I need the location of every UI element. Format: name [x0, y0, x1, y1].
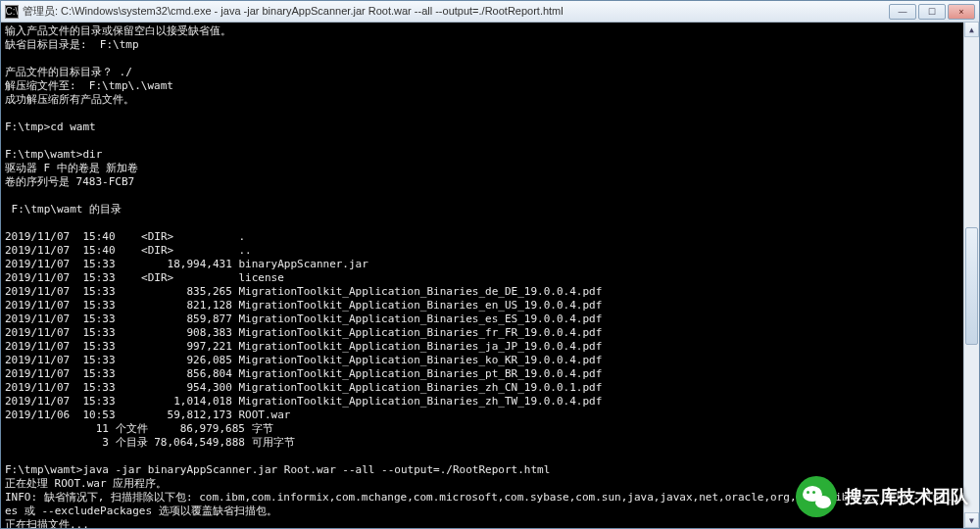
terminal-line: 正在处理 ROOT.war 应用程序。 — [5, 477, 975, 491]
scroll-track[interactable] — [964, 37, 979, 512]
terminal-line: 2019/11/07 15:33 835,265 MigrationToolki… — [5, 285, 975, 299]
terminal-line: 2019/11/07 15:33 908,383 MigrationToolki… — [5, 326, 975, 340]
terminal-line: 2019/11/07 15:40 <DIR> .. — [5, 244, 975, 258]
terminal-line: 正在扫描文件... — [5, 518, 975, 528]
terminal-line: F:\tmp\wamt>dir — [5, 148, 975, 162]
terminal-line: 11 个文件 86,979,685 字节 — [5, 422, 975, 436]
minimize-button[interactable]: — — [889, 4, 916, 20]
terminal-line: 2019/11/06 10:53 59,812,173 ROOT.war — [5, 409, 975, 422]
terminal-line — [5, 450, 975, 463]
close-button[interactable]: × — [948, 4, 975, 20]
terminal-line — [5, 216, 975, 230]
scroll-down-button[interactable]: ▼ — [964, 512, 979, 528]
terminal-line: 卷的序列号是 7483-FCB7 — [5, 175, 975, 189]
terminal-line — [5, 52, 975, 66]
terminal-line: 2019/11/07 15:33 954,300 MigrationToolki… — [5, 381, 975, 395]
terminal-line: 2019/11/07 15:33 997,221 MigrationToolki… — [5, 340, 975, 354]
terminal-line: 2019/11/07 15:33 856,804 MigrationToolki… — [5, 367, 975, 381]
window-buttons: — ☐ × — [889, 4, 975, 20]
terminal-line: 2019/11/07 15:40 <DIR> . — [5, 230, 975, 244]
maximize-button[interactable]: ☐ — [918, 4, 946, 20]
window-title: 管理员: C:\Windows\system32\cmd.exe - java … — [23, 4, 889, 19]
scroll-up-button[interactable]: ▲ — [964, 22, 979, 37]
terminal-line: 3 个目录 78,064,549,888 可用字节 — [5, 436, 975, 450]
terminal-line: 2019/11/07 15:33 821,128 MigrationToolki… — [5, 299, 975, 313]
scroll-thumb[interactable] — [965, 227, 978, 345]
terminal-line: 驱动器 F 中的卷是 新加卷 — [5, 162, 975, 175]
terminal-line: 成功解压缩所有产品文件。 — [5, 93, 975, 107]
terminal-line — [5, 189, 975, 203]
terminal-output[interactable]: 输入产品文件的目录或保留空白以接受缺省值。缺省目标目录是: F:\tmp 产品文… — [1, 23, 979, 528]
terminal-line — [5, 107, 975, 120]
terminal-line: INFO: 缺省情况下, 扫描排除以下包: com.ibm,com.inform… — [5, 491, 975, 505]
vertical-scrollbar[interactable]: ▲ ▼ — [963, 22, 979, 528]
terminal-line: 2019/11/07 15:33 926,085 MigrationToolki… — [5, 354, 975, 367]
terminal-line: F:\tmp\wamt 的目录 — [5, 203, 975, 216]
terminal-line: 输入产品文件的目录或保留空白以接受缺省值。 — [5, 24, 975, 38]
terminal-line: 2019/11/07 15:33 <DIR> license — [5, 271, 975, 285]
terminal-line: es 或 --excludePackages 选项以覆盖缺省扫描包。 — [5, 505, 975, 518]
terminal-line: F:\tmp\wamt>java -jar binaryAppScanner.j… — [5, 463, 975, 477]
cmd-icon: C:\ — [5, 5, 19, 19]
titlebar[interactable]: C:\ 管理员: C:\Windows\system32\cmd.exe - j… — [1, 1, 979, 23]
terminal-line: 缺省目标目录是: F:\tmp — [5, 38, 975, 52]
terminal-line: 产品文件的目标目录？ ./ — [5, 66, 975, 79]
terminal-line: 解压缩文件至: F:\tmp\.\wamt — [5, 79, 975, 93]
terminal-line: 2019/11/07 15:33 859,877 MigrationToolki… — [5, 313, 975, 326]
cmd-window: C:\ 管理员: C:\Windows\system32\cmd.exe - j… — [0, 0, 980, 529]
terminal-line: 2019/11/07 15:33 18,994,431 binaryAppSca… — [5, 258, 975, 271]
terminal-line — [5, 134, 975, 148]
terminal-line: F:\tmp>cd wamt — [5, 120, 975, 134]
terminal-line: 2019/11/07 15:33 1,014,018 MigrationTool… — [5, 395, 975, 409]
